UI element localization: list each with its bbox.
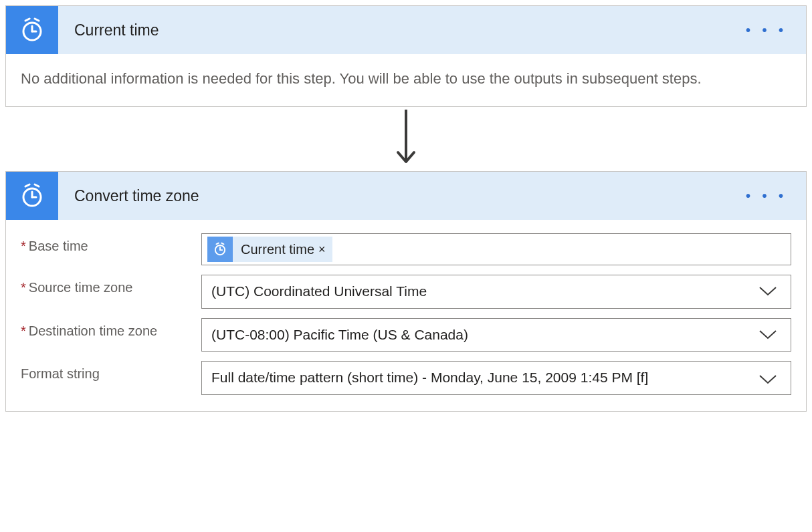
card-title: Current time — [58, 21, 746, 39]
field-label: * Destination time zone — [21, 318, 201, 339]
clock-icon — [6, 172, 58, 220]
arrow-down-icon — [393, 108, 419, 170]
dest-tz-select[interactable]: (UTC-08:00) Pacific Time (US & Canada) — [201, 318, 791, 352]
card-header[interactable]: Current time • • • — [6, 6, 806, 54]
clock-icon — [6, 6, 58, 54]
clock-icon — [207, 237, 233, 262]
card-header[interactable]: Convert time zone • • • — [6, 172, 806, 220]
connector-arrow — [5, 107, 807, 171]
required-mark: * — [21, 280, 26, 295]
step-description: No additional information is needed for … — [21, 68, 791, 90]
step-card-convert-time-zone: Convert time zone • • • * Base time — [5, 171, 807, 412]
field-row-source-tz: * Source time zone (UTC) Coordinated Uni… — [21, 275, 791, 309]
label-text: Source time zone — [29, 280, 133, 295]
field-label: Format string — [21, 361, 201, 382]
source-tz-select[interactable]: (UTC) Coordinated Universal Time — [201, 275, 791, 309]
label-text: Destination time zone — [29, 323, 157, 339]
select-value: Full date/time pattern (short time) - Mo… — [211, 367, 781, 389]
required-mark: * — [21, 239, 26, 254]
step-card-current-time: Current time • • • No additional informa… — [5, 5, 807, 107]
label-text: Base time — [29, 239, 88, 254]
more-menu-button[interactable]: • • • — [746, 23, 806, 38]
card-body: * Base time — [6, 220, 806, 411]
chevron-down-icon — [758, 374, 777, 385]
label-text: Format string — [21, 366, 100, 382]
required-mark: * — [21, 323, 26, 339]
card-title: Convert time zone — [58, 187, 746, 205]
chevron-down-icon — [758, 329, 777, 340]
card-body: No additional information is needed for … — [6, 54, 806, 106]
token-label: Current time — [241, 242, 314, 257]
field-row-format: Format string Full date/time pattern (sh… — [21, 361, 791, 395]
more-menu-button[interactable]: • • • — [746, 188, 806, 204]
field-label: * Source time zone — [21, 275, 201, 295]
select-value: (UTC-08:00) Pacific Time (US & Canada) — [211, 324, 781, 346]
field-row-dest-tz: * Destination time zone (UTC-08:00) Paci… — [21, 318, 791, 352]
chevron-down-icon — [758, 286, 777, 297]
base-time-input[interactable]: Current time × — [201, 233, 791, 265]
field-label: * Base time — [21, 233, 201, 254]
field-row-base-time: * Base time — [21, 233, 791, 265]
format-select[interactable]: Full date/time pattern (short time) - Mo… — [201, 361, 791, 395]
token-remove-button[interactable]: × — [318, 243, 326, 257]
select-value: (UTC) Coordinated Universal Time — [211, 281, 781, 303]
dynamic-content-token[interactable]: Current time × — [207, 237, 332, 262]
